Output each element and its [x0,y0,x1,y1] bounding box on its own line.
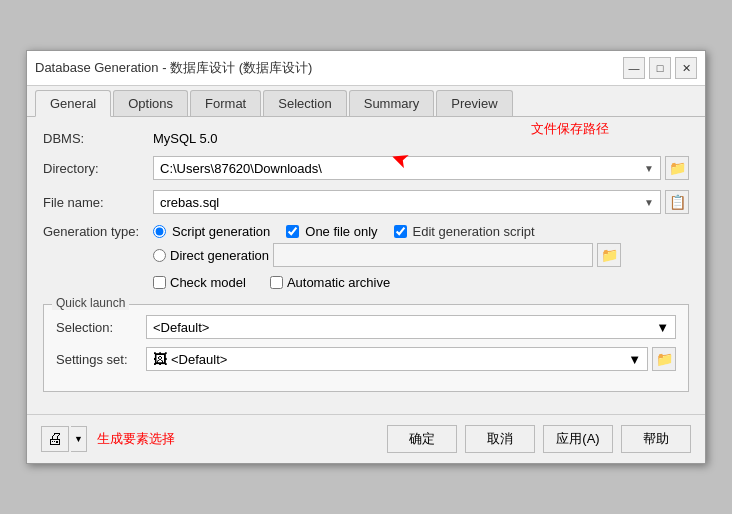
main-window: Database Generation - 数据库设计 (数据库设计) — □ … [26,50,706,464]
filename-dropdown-icon: ▼ [644,197,654,208]
one-file-checkbox[interactable] [286,225,299,238]
window-title: Database Generation - 数据库设计 (数据库设计) [35,59,312,77]
maximize-button[interactable]: □ [649,57,671,79]
direct-gen-button[interactable]: 📁 [597,243,621,267]
tab-summary[interactable]: Summary [349,90,435,116]
tab-options[interactable]: Options [113,90,188,116]
direct-gen-radio[interactable] [153,249,166,262]
directory-browse-button[interactable]: 📁 [665,156,689,180]
check-model-checkbox[interactable] [153,276,166,289]
edit-script-check-group: Edit generation script [394,224,535,239]
gen-type-label: Generation type: [43,224,153,239]
tab-format[interactable]: Format [190,90,261,116]
filename-copy-button[interactable]: 📋 [665,190,689,214]
apply-button[interactable]: 应用(A) [543,425,613,453]
ql-settings-label: Settings set: [56,352,146,367]
check-model-group: Check model [153,275,246,290]
close-button[interactable]: ✕ [675,57,697,79]
one-file-label[interactable]: One file only [305,224,377,239]
script-gen-label[interactable]: Script generation [172,224,270,239]
settings-icon: 🖼 [153,351,167,367]
print-button[interactable]: 🖨 [41,426,69,452]
dbms-label: DBMS: [43,131,153,146]
quick-launch-group: Quick launch Selection: <Default> ▼ Sett… [43,304,689,392]
gen-type-section: Generation type: Script generation One f… [43,224,689,290]
direct-gen-input[interactable] [273,243,593,267]
dbms-row: DBMS: MySQL 5.0 [43,131,689,146]
auto-archive-label[interactable]: Automatic archive [287,275,390,290]
filename-input-wrap: crebas.sql ▼ 📋 [153,190,689,214]
settings-browse-button[interactable]: 📁 [652,347,676,371]
ql-selection-row: Selection: <Default> ▼ [56,315,676,339]
ql-settings-select[interactable]: 🖼 <Default> ▼ [146,347,648,371]
title-bar: Database Generation - 数据库设计 (数据库设计) — □ … [27,51,705,86]
quick-launch-title: Quick launch [52,296,129,310]
cancel-button[interactable]: 取消 [465,425,535,453]
directory-row: Directory: C:\Users\87620\Downloads\ ▼ 📁… [43,156,689,180]
edit-script-label[interactable]: Edit generation script [413,224,535,239]
directory-label: Directory: [43,161,153,176]
ql-selection-select[interactable]: <Default> ▼ [146,315,676,339]
dbms-value: MySQL 5.0 [153,131,218,146]
bottom-bar: 🖨 ▼ 生成要素选择 确定 取消 应用(A) 帮助 [27,414,705,463]
directory-dropdown-icon: ▼ [644,163,654,174]
ql-selection-arrow: ▼ [656,320,669,335]
tab-bar: General Options Format Selection Summary… [27,86,705,117]
filename-label: File name: [43,195,153,210]
action-buttons: 确定 取消 应用(A) 帮助 [387,425,691,453]
direct-gen-wrap: Direct generation 📁 [153,243,621,267]
ql-settings-wrap: 🖼 <Default> ▼ 📁 [146,347,676,371]
ql-selection-label: Selection: [56,320,146,335]
annotation-gen-select: 生成要素选择 [97,430,175,448]
minimize-button[interactable]: — [623,57,645,79]
extras-row: Check model Automatic archive [153,275,689,290]
ql-settings-value: <Default> [171,352,227,367]
tab-selection[interactable]: Selection [263,90,346,116]
ql-selection-value: <Default> [153,320,209,335]
tab-general[interactable]: General [35,90,111,117]
ql-settings-row: Settings set: 🖼 <Default> ▼ 📁 [56,347,676,371]
auto-archive-group: Automatic archive [270,275,390,290]
print-dropdown-button[interactable]: ▼ [71,426,87,452]
filename-row: File name: crebas.sql ▼ 📋 [43,190,689,214]
help-button[interactable]: 帮助 [621,425,691,453]
tab-content: DBMS: MySQL 5.0 Directory: C:\Users\8762… [27,117,705,402]
tab-preview[interactable]: Preview [436,90,512,116]
ql-settings-arrow: ▼ [628,352,641,367]
filename-value: crebas.sql [160,195,644,210]
direct-gen-row: Direct generation 📁 [43,243,689,267]
one-file-check-group: One file only [286,224,377,239]
directory-input-wrap: C:\Users\87620\Downloads\ ▼ 📁 [153,156,689,180]
window-controls: — □ ✕ [623,57,697,79]
edit-script-checkbox[interactable] [394,225,407,238]
check-model-label[interactable]: Check model [170,275,246,290]
directory-select[interactable]: C:\Users\87620\Downloads\ ▼ [153,156,661,180]
script-gen-row: Generation type: Script generation One f… [43,224,689,239]
filename-select[interactable]: crebas.sql ▼ [153,190,661,214]
script-gen-radio[interactable] [153,225,166,238]
print-section: 🖨 ▼ 生成要素选择 [41,426,175,452]
script-radio-group: Script generation [153,224,270,239]
auto-archive-checkbox[interactable] [270,276,283,289]
ok-button[interactable]: 确定 [387,425,457,453]
direct-gen-label[interactable]: Direct generation [170,248,269,263]
directory-value: C:\Users\87620\Downloads\ [160,161,644,176]
